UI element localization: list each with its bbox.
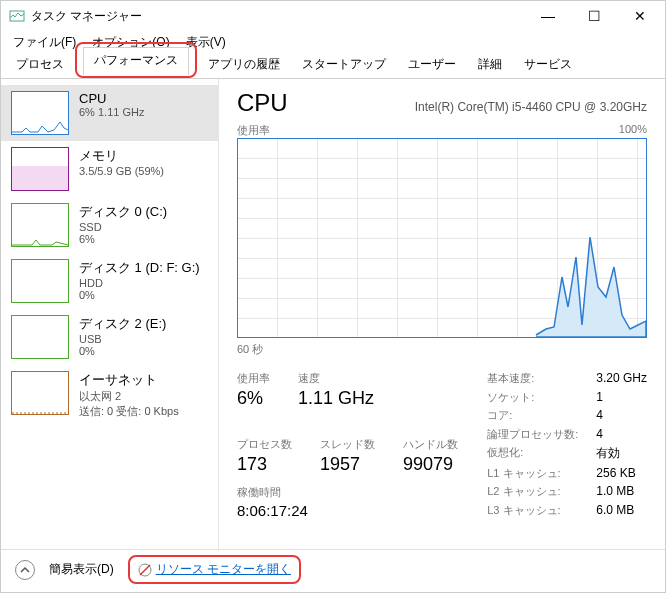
statusbar: 簡易表示(D) リソース モニターを開く bbox=[1, 549, 665, 589]
proc-label: プロセス数 bbox=[237, 437, 292, 452]
thumb-cpu bbox=[11, 91, 69, 135]
main-panel: CPU Intel(R) Core(TM) i5-4460 CPU @ 3.20… bbox=[219, 79, 665, 549]
open-resource-monitor-link[interactable]: リソース モニターを開く bbox=[138, 561, 291, 578]
uptime-value: 8:06:17:24 bbox=[237, 502, 458, 519]
tab-app-history[interactable]: アプリの履歴 bbox=[197, 51, 291, 79]
speed-label: 速度 bbox=[298, 371, 374, 386]
sidebar-sub: SSD bbox=[79, 221, 167, 233]
sidebar-sub2: 送信: 0 受信: 0 Kbps bbox=[79, 404, 179, 419]
base-speed-k: 基本速度: bbox=[487, 371, 578, 388]
virt-k: 仮想化: bbox=[487, 445, 578, 464]
thumb-memory bbox=[11, 147, 69, 191]
tab-services[interactable]: サービス bbox=[513, 51, 583, 79]
sidebar-item-ethernet[interactable]: イーサネット以太网 2送信: 0 受信: 0 Kbps bbox=[1, 365, 218, 425]
sidebar-sub: USB bbox=[79, 333, 166, 345]
l1-v: 256 KB bbox=[596, 466, 647, 483]
maximize-button[interactable]: ☐ bbox=[571, 1, 617, 31]
minimize-button[interactable]: — bbox=[525, 1, 571, 31]
sidebar: CPU6% 1.11 GHz メモリ3.5/5.9 GB (59%) ディスク … bbox=[1, 79, 219, 549]
sidebar-sub: 6% 1.11 GHz bbox=[79, 106, 144, 118]
threads-label: スレッド数 bbox=[320, 437, 375, 452]
sidebar-label: イーサネット bbox=[79, 371, 179, 389]
lprocs-k: 論理プロセッサ数: bbox=[487, 427, 578, 444]
sidebar-label: ディスク 2 (E:) bbox=[79, 315, 166, 333]
thumb-disk2 bbox=[11, 315, 69, 359]
cpu-model: Intel(R) Core(TM) i5-4460 CPU @ 3.20GHz bbox=[415, 100, 647, 114]
cores-v: 4 bbox=[596, 408, 647, 425]
close-button[interactable]: ✕ bbox=[617, 1, 663, 31]
cpu-info: 基本速度:3.20 GHz ソケット:1 コア:4 論理プロセッサ数:4 仮想化… bbox=[487, 371, 647, 519]
uptime-label: 稼働時間 bbox=[237, 485, 458, 500]
main-heading: CPU bbox=[237, 89, 288, 117]
cores-k: コア: bbox=[487, 408, 578, 425]
fewer-details-toggle[interactable] bbox=[15, 560, 35, 580]
tab-performance[interactable]: パフォーマンス bbox=[83, 47, 189, 75]
svg-rect-1 bbox=[12, 166, 68, 190]
l2-v: 1.0 MB bbox=[596, 484, 647, 501]
highlight-performance-tab: パフォーマンス bbox=[75, 42, 197, 78]
sidebar-sub: 3.5/5.9 GB (59%) bbox=[79, 165, 164, 177]
sidebar-item-disk0[interactable]: ディスク 0 (C:)SSD6% bbox=[1, 197, 218, 253]
handles-label: ハンドル数 bbox=[403, 437, 458, 452]
sidebar-label: CPU bbox=[79, 91, 144, 106]
sidebar-sub2: 0% bbox=[79, 289, 200, 301]
resmon-icon bbox=[138, 563, 152, 577]
sidebar-sub: 以太网 2 bbox=[79, 389, 179, 404]
sidebar-label: ディスク 0 (C:) bbox=[79, 203, 167, 221]
util-label: 使用率 bbox=[237, 371, 270, 386]
resmon-label: リソース モニターを開く bbox=[156, 561, 291, 578]
highlight-resmon: リソース モニターを開く bbox=[128, 555, 301, 584]
sidebar-sub: HDD bbox=[79, 277, 200, 289]
fewer-details-label[interactable]: 簡易表示(D) bbox=[49, 561, 114, 578]
chart-xlabel: 60 秒 bbox=[237, 342, 647, 357]
menu-file[interactable]: ファイル(F) bbox=[5, 32, 84, 53]
cpu-chart bbox=[237, 138, 647, 338]
l1-k: L1 キャッシュ: bbox=[487, 466, 578, 483]
l2-k: L2 キャッシュ: bbox=[487, 484, 578, 501]
thumb-ethernet bbox=[11, 371, 69, 415]
thumb-disk0 bbox=[11, 203, 69, 247]
app-icon bbox=[9, 8, 25, 24]
sidebar-sub2: 6% bbox=[79, 233, 167, 245]
l3-v: 6.0 MB bbox=[596, 503, 647, 520]
sidebar-item-memory[interactable]: メモリ3.5/5.9 GB (59%) bbox=[1, 141, 218, 197]
tab-processes[interactable]: プロセス bbox=[5, 51, 75, 79]
chevron-up-icon bbox=[20, 565, 30, 575]
util-value: 6% bbox=[237, 388, 270, 409]
sidebar-label: ディスク 1 (D: F: G:) bbox=[79, 259, 200, 277]
speed-value: 1.11 GHz bbox=[298, 388, 374, 409]
sockets-k: ソケット: bbox=[487, 390, 578, 407]
threads-value: 1957 bbox=[320, 454, 375, 475]
chart-ymax: 100% bbox=[619, 123, 647, 138]
handles-value: 99079 bbox=[403, 454, 458, 475]
l3-k: L3 キャッシュ: bbox=[487, 503, 578, 520]
virt-v: 有効 bbox=[596, 445, 647, 464]
window-title: タスク マネージャー bbox=[31, 8, 525, 25]
tab-startup[interactable]: スタートアップ bbox=[291, 51, 397, 79]
sidebar-item-cpu[interactable]: CPU6% 1.11 GHz bbox=[1, 85, 218, 141]
titlebar: タスク マネージャー — ☐ ✕ bbox=[1, 1, 665, 31]
sidebar-sub2: 0% bbox=[79, 345, 166, 357]
tabbar: プロセス パフォーマンス アプリの履歴 スタートアップ ユーザー 詳細 サービス bbox=[1, 53, 665, 79]
sockets-v: 1 bbox=[596, 390, 647, 407]
sidebar-item-disk2[interactable]: ディスク 2 (E:)USB0% bbox=[1, 309, 218, 365]
chart-ylabel: 使用率 bbox=[237, 123, 270, 138]
sidebar-label: メモリ bbox=[79, 147, 164, 165]
sidebar-item-disk1[interactable]: ディスク 1 (D: F: G:)HDD0% bbox=[1, 253, 218, 309]
tab-details[interactable]: 詳細 bbox=[467, 51, 513, 79]
tab-users[interactable]: ユーザー bbox=[397, 51, 467, 79]
svg-line-4 bbox=[140, 565, 150, 575]
proc-value: 173 bbox=[237, 454, 292, 475]
base-speed-v: 3.20 GHz bbox=[596, 371, 647, 388]
lprocs-v: 4 bbox=[596, 427, 647, 444]
thumb-disk1 bbox=[11, 259, 69, 303]
